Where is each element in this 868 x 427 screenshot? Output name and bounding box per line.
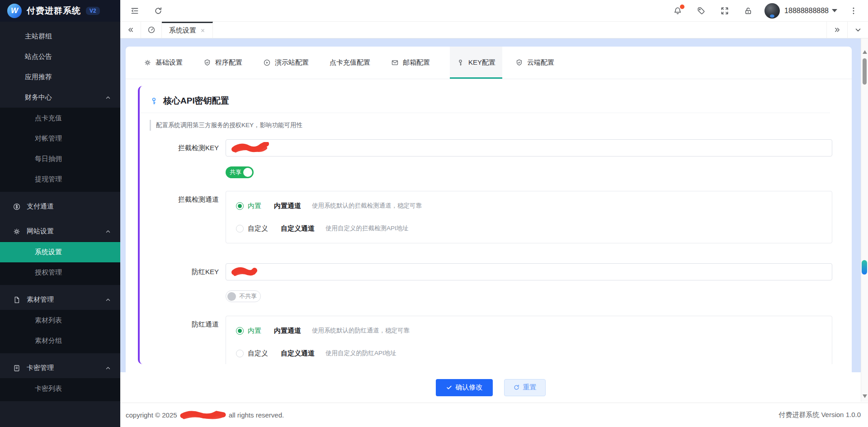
sidebar-item-withdrawal[interactable]: 提现管理 [0, 169, 120, 190]
sidebar-item-daily-commission[interactable]: 每日抽佣 [0, 149, 120, 169]
scroll-down-arrow[interactable] [863, 394, 867, 398]
radio-option-custom[interactable]: 自定义 自定义通道 使用自定义的拦截检测API地址 [236, 222, 822, 235]
page-footer: copyright © 2025 all rights reserved. 付费… [120, 403, 868, 427]
finance-submenu: 点卡充值 对帐管理 每日抽佣 提现管理 [0, 108, 120, 192]
toggle-knob [243, 168, 252, 177]
radio-icon[interactable] [236, 350, 244, 357]
sidebar-group-finance-center[interactable]: 财务中心 [0, 87, 120, 108]
sidebar-group-website-settings[interactable]: 网站设置 [0, 221, 120, 242]
radio-option-builtin[interactable]: 内置 内置通道 使用系统默认的拦截检测通道，稳定可靠 [236, 199, 822, 213]
tab-program-config[interactable]: 程序配置 [203, 47, 243, 79]
window-scrollbar[interactable] [861, 38, 868, 402]
key-config-form: 拦截检测KEY 共享 拦截检测通道 [140, 139, 840, 364]
sidebar-item-material-list[interactable]: 素材列表 [0, 310, 120, 331]
intercept-key-row: 拦截检测KEY 共享 [140, 139, 840, 178]
radio-option-custom[interactable]: 自定义 自定义通道 使用自定义的防红API地址 [236, 346, 822, 360]
user-avatar[interactable] [764, 3, 780, 19]
caret-down-icon[interactable] [832, 9, 837, 12]
mail-icon [391, 59, 399, 66]
play-circle-icon [263, 59, 271, 66]
sidebar-item-card-recharge[interactable]: 点卡充值 [0, 108, 120, 128]
website-settings-submenu: 系统设置 授权管理 [0, 242, 120, 285]
notification-bell-icon[interactable] [673, 6, 682, 15]
panel-description: 配置系统调用第三方服务的授权KEY，影响功能可用性 [150, 120, 840, 131]
content-scrollbar-thumb[interactable] [862, 260, 867, 275]
chevron-up-icon [105, 95, 111, 101]
radio-icon[interactable] [236, 225, 244, 232]
tabs-dropdown-icon[interactable] [847, 22, 868, 38]
redaction-scribble [179, 410, 226, 421]
tab-system-settings[interactable]: 系统设置 [162, 22, 213, 38]
antired-channel-row: 防红通道 内置 内置通道 使用系统默认的防红通道，稳定可靠 自定义 [140, 316, 840, 364]
intercept-key-input[interactable] [226, 139, 832, 157]
antired-key-row: 防红KEY 不共享 [140, 263, 840, 302]
share-toggle[interactable]: 共享 [226, 166, 254, 178]
refresh-icon [513, 384, 520, 391]
tab-key-config[interactable]: KEY配置 [450, 47, 502, 79]
intercept-channel-options: 内置 内置通道 使用系统默认的拦截检测通道，稳定可靠 自定义 自定义通道 使用自… [226, 191, 832, 243]
dollar-circle-icon [13, 203, 21, 211]
username[interactable]: 18888888888 [784, 7, 829, 15]
form-action-bar: 确认修改 重置 [120, 372, 861, 403]
sidebar: W 付费进群系统 V2 主站群组 站点公告 应用推荐 财务中心 点卡充值 对帐管… [0, 0, 120, 427]
chevron-up-icon [105, 365, 111, 371]
settings-card: 基础设置 程序配置 演示站配置 点卡充值配置 邮箱 [126, 47, 852, 372]
refresh-icon[interactable] [154, 6, 163, 15]
document-icon [13, 296, 21, 304]
radio-icon[interactable] [236, 202, 244, 210]
sidebar-group-cardkey-management[interactable]: 卡密管理 [0, 358, 120, 378]
dashboard-tab-icon[interactable] [141, 22, 162, 38]
tab-email-config[interactable]: 邮箱配置 [390, 47, 431, 79]
sidebar-item-site-announcement[interactable]: 站点公告 [0, 47, 120, 67]
version-badge: V2 [86, 7, 100, 15]
scrollbar-thumb[interactable] [863, 58, 867, 85]
radio-option-builtin[interactable]: 内置 内置通道 使用系统默认的防红通道，稳定可靠 [236, 324, 822, 337]
header-right-cluster: 18888888888 [659, 3, 858, 19]
check-icon [446, 384, 453, 391]
confirm-button[interactable]: 确认修改 [436, 379, 493, 396]
notification-dot [680, 5, 684, 9]
sidebar-item-payment-channel[interactable]: 支付通道 [0, 196, 120, 217]
kebab-menu-icon[interactable] [849, 6, 858, 15]
tab-basic-settings[interactable]: 基础设置 [143, 47, 184, 79]
material-submenu: 素材列表 素材分组 [0, 310, 120, 353]
sidebar-item-system-settings[interactable]: 系统设置 [0, 242, 120, 262]
redaction-scribble [231, 142, 270, 154]
sidebar-item-reconciliation[interactable]: 对帐管理 [0, 128, 120, 149]
content-background: 基础设置 程序配置 演示站配置 点卡充值配置 邮箱 [120, 38, 861, 372]
tabs-scroll-right-icon[interactable] [826, 22, 847, 38]
version-text: 付费进群系统 Version 1.0.0 [778, 411, 861, 419]
sidebar-item-material-group[interactable]: 素材分组 [0, 331, 120, 351]
tab-cloud-config[interactable]: 云端配置 [514, 47, 555, 79]
fullscreen-icon[interactable] [720, 6, 729, 15]
intercept-channel-label: 拦截检测通道 [140, 191, 226, 208]
scroll-up-arrow[interactable] [863, 50, 867, 54]
tag-icon[interactable] [697, 6, 706, 15]
menu-fold-icon[interactable] [130, 6, 139, 15]
close-tab-icon[interactable] [200, 28, 205, 33]
antired-key-input[interactable] [226, 263, 832, 280]
chevron-up-icon [105, 297, 111, 303]
antired-key-label: 防红KEY [140, 263, 226, 280]
sidebar-item-cardkey-list[interactable]: 卡密列表 [0, 379, 120, 399]
card-list-icon [13, 364, 21, 372]
tab-demo-site-config[interactable]: 演示站配置 [262, 47, 310, 79]
panel-header: 核心API密钥配置 [140, 86, 830, 113]
reset-button[interactable]: 重置 [504, 379, 546, 396]
sidebar-group-material-management[interactable]: 素材管理 [0, 289, 120, 310]
sidebar-item-app-recommend[interactable]: 应用推荐 [0, 67, 120, 87]
sidebar-menu: 主站群组 站点公告 应用推荐 财务中心 点卡充值 对帐管理 每日抽佣 提现管 [0, 22, 120, 401]
tab-card-recharge-config[interactable]: 点卡充值配置 [329, 47, 371, 79]
no-share-toggle[interactable]: 不共享 [226, 290, 261, 302]
unlock-icon[interactable] [744, 6, 753, 15]
radio-icon[interactable] [236, 327, 244, 335]
page-tabbar: 系统设置 [120, 22, 868, 38]
toggle-knob [227, 292, 236, 301]
antired-channel-label: 防红通道 [140, 316, 226, 333]
shield-check-icon [515, 59, 523, 66]
cardkey-submenu: 卡密列表 [0, 378, 120, 401]
sidebar-item-license-management[interactable]: 授权管理 [0, 262, 120, 283]
tabs-scroll-left-icon[interactable] [120, 22, 141, 38]
gear-icon [144, 59, 151, 66]
sidebar-item-main-groups[interactable]: 主站群组 [0, 26, 120, 47]
